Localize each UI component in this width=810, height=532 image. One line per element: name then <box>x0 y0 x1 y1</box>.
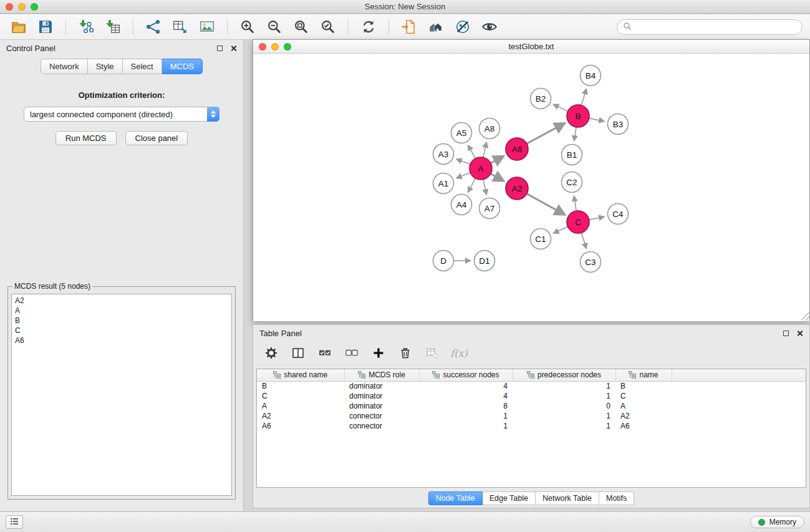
cell-predecessor-nodes[interactable]: 0 <box>513 401 615 411</box>
edge-C-C4[interactable] <box>589 217 604 220</box>
node-B1[interactable]: B1 <box>562 145 582 165</box>
cell-successor-nodes[interactable]: 1 <box>419 421 513 431</box>
edge-B-B1[interactable] <box>574 127 577 141</box>
edge-A-A3[interactable] <box>456 159 470 165</box>
edge-A-A1[interactable] <box>456 173 470 178</box>
resize-grip[interactable] <box>801 312 809 321</box>
refresh-button[interactable] <box>357 17 380 37</box>
cell-mcds-role[interactable]: dominator <box>344 401 419 411</box>
delete-table-button[interactable] <box>424 345 440 361</box>
table-row[interactable]: A6connector11A6 <box>257 421 806 431</box>
node-A[interactable]: A <box>470 157 492 180</box>
node-A1[interactable]: A1 <box>433 173 454 194</box>
cell-name[interactable]: A6 <box>615 421 672 431</box>
mcds-result-list[interactable]: A2ABCA6 <box>11 294 232 496</box>
tab-node-table[interactable]: Node Table <box>428 491 483 505</box>
edge-A-A4[interactable] <box>468 178 476 192</box>
cell-predecessor-nodes[interactable]: 1 <box>513 421 615 431</box>
tab-style[interactable]: Style <box>88 59 123 74</box>
edge-A-A8[interactable] <box>483 142 486 157</box>
cell-successor-nodes[interactable]: 4 <box>419 381 513 391</box>
edge-B-B3[interactable] <box>589 118 604 122</box>
cell-mcds-role[interactable]: connector <box>344 421 419 431</box>
close-table-panel-icon[interactable] <box>796 330 803 337</box>
eye-button[interactable] <box>478 17 501 37</box>
close-panel-button[interactable]: Close panel <box>125 131 188 145</box>
float-panel-icon[interactable] <box>217 46 223 51</box>
cell-shared-name[interactable]: B <box>257 381 344 391</box>
column-header-shared-name[interactable]: shared name <box>257 369 344 381</box>
mcds-result-item[interactable]: A <box>15 306 228 316</box>
mcds-result-item[interactable]: B <box>15 316 228 326</box>
import-table-button[interactable] <box>102 17 124 37</box>
export-image-button[interactable] <box>196 17 218 37</box>
tab-edge-table[interactable]: Edge Table <box>483 491 536 505</box>
cell-successor-nodes[interactable]: 1 <box>419 411 513 421</box>
edge-A-A2[interactable] <box>491 174 504 181</box>
home-button[interactable] <box>425 17 447 37</box>
cell-shared-name[interactable]: C <box>257 391 344 401</box>
run-mcds-button[interactable]: Run MCDS <box>55 131 117 145</box>
edge-C-C3[interactable] <box>581 233 586 248</box>
search-input[interactable] <box>635 22 796 32</box>
cell-name[interactable]: A2 <box>615 411 672 421</box>
network-window-titlebar[interactable]: testGlobe.txt <box>253 40 809 54</box>
optimization-criterion-dropdown[interactable]: largest connected component (directed) <box>24 107 219 122</box>
select-all-button[interactable] <box>317 345 333 361</box>
cell-name[interactable]: B <box>615 381 672 391</box>
edge-A2-C[interactable] <box>527 194 565 215</box>
close-window-icon[interactable] <box>6 3 13 11</box>
edge-C-C2[interactable] <box>574 196 577 211</box>
columns-button[interactable] <box>290 345 306 361</box>
share-network-button[interactable] <box>142 17 165 37</box>
import-network-button[interactable] <box>75 17 97 37</box>
tab-select[interactable]: Select <box>123 59 162 74</box>
open-folder-button[interactable] <box>7 17 30 37</box>
edge-A-A6[interactable] <box>491 156 504 163</box>
table-row[interactable]: Cdominator41C <box>257 391 806 401</box>
minimize-network-window-icon[interactable] <box>271 43 279 51</box>
node-A3[interactable]: A3 <box>433 144 454 165</box>
mcds-result-item[interactable]: A6 <box>15 336 228 346</box>
cell-name[interactable]: A <box>615 401 672 411</box>
cell-mcds-role[interactable]: connector <box>344 411 419 421</box>
table-row[interactable]: Adominator80A <box>257 401 806 411</box>
titlebar[interactable]: Session: New Session <box>0 0 810 14</box>
edge-C-C1[interactable] <box>554 226 568 233</box>
zoom-out-button[interactable] <box>263 17 286 37</box>
node-A7[interactable]: A7 <box>480 198 500 219</box>
delete-row-button[interactable] <box>397 345 413 361</box>
search-box[interactable] <box>617 19 803 35</box>
column-header-mcds-role[interactable]: MCDS role <box>344 369 419 381</box>
node-A6[interactable]: A6 <box>506 138 528 160</box>
node-A2[interactable]: A2 <box>506 177 528 200</box>
deselect-all-button[interactable] <box>344 345 360 361</box>
node-A8[interactable]: A8 <box>480 118 500 139</box>
function-builder-button[interactable]: f(x) <box>451 345 467 361</box>
column-header-predecessor-nodes[interactable]: predecessor nodes <box>513 369 615 381</box>
node-B3[interactable]: B3 <box>608 114 629 135</box>
mcds-result-item[interactable]: C <box>15 326 228 336</box>
node-C2[interactable]: C2 <box>562 172 582 193</box>
node-B[interactable]: B <box>567 105 589 127</box>
edge-A-A5[interactable] <box>468 145 476 158</box>
edge-B-B4[interactable] <box>581 89 586 105</box>
cell-successor-nodes[interactable]: 8 <box>419 401 513 411</box>
node-B2[interactable]: B2 <box>531 89 551 109</box>
network-canvas[interactable]: B4B2BB3A5A8A6B1A3AC2A1A2A4A7C4CC1DD1C3 <box>253 54 809 321</box>
zoom-in-button[interactable] <box>236 17 259 37</box>
tab-network[interactable]: Network <box>41 59 88 74</box>
cell-shared-name[interactable]: A2 <box>257 411 344 421</box>
node-C4[interactable]: C4 <box>608 204 629 225</box>
zoom-network-window-icon[interactable] <box>284 43 291 51</box>
minimize-window-icon[interactable] <box>18 3 26 11</box>
cell-shared-name[interactable]: A6 <box>257 421 344 431</box>
tab-motifs[interactable]: Motifs <box>599 491 634 505</box>
graphics-details-button[interactable] <box>451 17 474 37</box>
node-C3[interactable]: C3 <box>581 252 601 273</box>
task-history-button[interactable] <box>6 515 23 529</box>
mcds-result-item[interactable]: A2 <box>15 296 228 306</box>
node-B4[interactable]: B4 <box>581 65 601 86</box>
table-row[interactable]: Bdominator41B <box>257 381 806 391</box>
file-import-button[interactable] <box>398 17 420 37</box>
